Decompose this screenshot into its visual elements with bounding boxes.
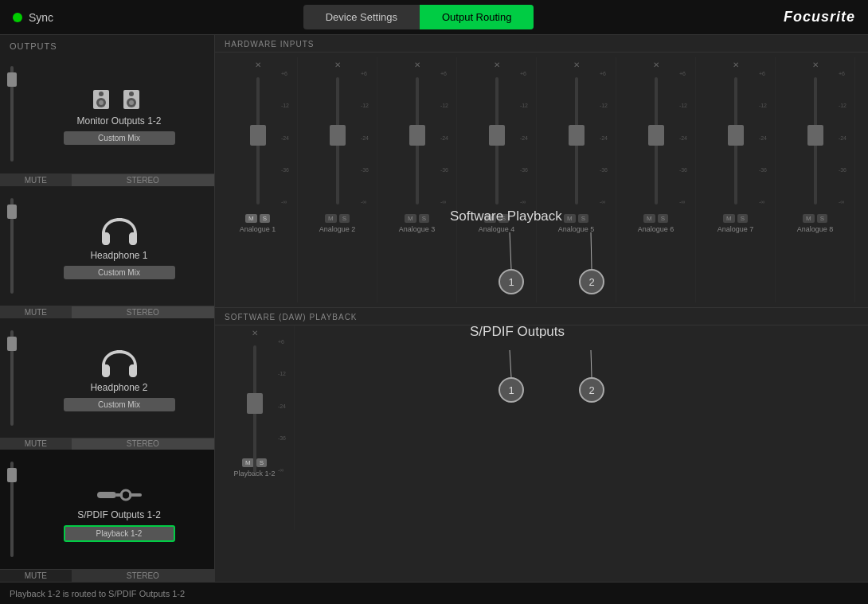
ch6-fader-track [655,77,658,205]
sw-m-button[interactable]: M [242,458,254,467]
monitor-stereo-button[interactable]: STEREO [72,174,214,186]
status-bar: Playback 1-2 is routed to S/PDIF Outputs… [0,582,868,604]
headphone2-fader-thumb[interactable] [7,337,17,351]
ch5-fader-area: +6-12-24-36-∞ [538,71,614,214]
ch3-bottom: M S Analogue 3 [379,214,455,233]
headphone2-icon [99,347,140,382]
ch4-close-icon[interactable]: ✕ [494,60,500,69]
ch4-db-labels: +6-12-24-36-∞ [520,71,528,205]
ch5-m-button[interactable]: M [564,214,576,223]
sync-dot [13,13,22,22]
ch2-close-icon[interactable]: ✕ [334,60,341,69]
ch1-m-button[interactable]: M [245,214,257,223]
monitor-mute-button[interactable]: MUTE [0,174,72,186]
spdif-content: S/PDIF Outputs 1-2 Playback 1-2 [24,474,214,545]
status-message: Playback 1-2 is routed to S/PDIF Outputs… [10,589,185,598]
headphone1-mute-button[interactable]: MUTE [0,306,72,318]
headphone2-mute-button[interactable]: MUTE [0,438,72,450]
spdif-fader[interactable] [0,450,24,569]
headphone1-fader-thumb[interactable] [7,205,17,219]
main-layout: OUTPUTS [0,35,868,582]
ch1-s-button[interactable]: S [260,214,270,223]
ch6-close-icon[interactable]: ✕ [653,60,659,69]
headphone1-bottom: MUTE STEREO [0,306,214,318]
ch6-m-button[interactable]: M [643,214,655,223]
ch7-fader-track [734,77,737,205]
ch8-fader-thumb[interactable] [807,125,823,146]
ch2-m-button[interactable]: M [325,214,337,223]
ch2-fader-area: +6-12-24-36-∞ [299,71,375,214]
ch6-fader-thumb[interactable] [648,125,664,146]
headphone1-stereo-button[interactable]: STEREO [72,306,214,318]
spdif-mute-button[interactable]: MUTE [0,570,72,582]
monitor-fader-thumb[interactable] [7,72,17,87]
headphone2-name: Headphone 2 [90,382,147,393]
tab-device-settings[interactable]: Device Settings [303,5,420,29]
spdif-stereo-button[interactable]: STEREO [72,570,214,582]
ch8-close-icon[interactable]: ✕ [812,60,819,69]
ch6-s-button[interactable]: S [658,214,668,223]
ch3-db-labels: +6-12-24-36-∞ [440,71,448,205]
ch8-name: Analogue 8 [777,225,853,233]
channel-strip-2: ✕ +6-12-24-36-∞ M S [298,57,377,302]
ch3-s-button[interactable]: S [419,214,429,223]
ch4-s-button[interactable]: S [499,214,509,223]
headphone1-fader-track [10,198,14,294]
ch8-s-button[interactable]: S [817,214,827,223]
ch5-close-icon[interactable]: ✕ [573,60,580,69]
ch4-fader-thumb[interactable] [489,125,505,146]
ch8-bottom: M S Analogue 8 [777,214,853,233]
ch2-fader-thumb[interactable] [330,125,346,146]
ch2-s-button[interactable]: S [339,214,350,223]
svg-point-3 [99,92,104,96]
ch8-fader-area: +6-12-24-36-∞ [777,71,853,214]
ch4-m-button[interactable]: M [484,214,496,223]
ch7-s-button[interactable]: S [737,214,748,223]
headphone1-fader[interactable] [0,186,24,306]
ch5-db-labels: +6-12-24-36-∞ [600,71,608,205]
sync-indicator: Sync [13,11,53,24]
sw-channel-playback12: ✕ +6-12-24-36-∞ M S [215,325,295,530]
ch5-bottom: M S Analogue 5 [538,214,614,233]
ch2-db-labels: +6-12-24-36-∞ [361,71,369,205]
focusrite-logo: Focusrite [784,9,855,25]
ch7-fader-thumb[interactable] [728,125,744,146]
headphone2-fader[interactable] [0,318,24,438]
monitor-fader[interactable] [0,54,24,173]
svg-rect-11 [129,493,142,497]
ch7-m-button[interactable]: M [723,214,735,223]
headphone1-mix-button[interactable]: Custom Mix [64,266,175,279]
header-tabs: Device Settings Output Routing [303,5,534,29]
monitor-mix-button[interactable]: Custom Mix [64,131,175,145]
output-item-spdif: S/PDIF Outputs 1-2 Playback 1-2 [0,450,214,570]
ch3-close-icon[interactable]: ✕ [414,60,420,69]
ch2-fader-track [336,77,339,205]
ch7-ms-row: M S [698,214,773,223]
ch8-ms-row: M S [777,214,853,223]
ch8-m-button[interactable]: M [803,214,815,223]
output-item-headphone1: Headphone 1 Custom Mix [0,186,214,306]
ch5-ms-row: M S [538,214,614,223]
ch3-fader-thumb[interactable] [409,125,425,146]
ch7-name: Analogue 7 [698,225,773,233]
sw-fader-area: +6-12-24-36-∞ [217,339,292,458]
ch1-close-icon[interactable]: ✕ [255,60,261,69]
sw-fader-thumb[interactable] [247,393,263,414]
headphone2-stereo-button[interactable]: STEREO [72,438,214,450]
sw-s-button[interactable]: S [256,458,267,467]
ch7-close-icon[interactable]: ✕ [733,60,739,69]
sw-ch-close-icon[interactable]: ✕ [252,329,258,337]
ch5-s-button[interactable]: S [578,214,588,223]
spdif-mix-button[interactable]: Playback 1-2 [64,525,175,542]
spdif-fader-thumb[interactable] [7,468,17,482]
ch1-fader-thumb[interactable] [250,125,266,146]
headphone2-mix-button[interactable]: Custom Mix [64,398,175,411]
ch5-fader-thumb[interactable] [569,125,585,146]
ch1-name: Analogue 1 [220,225,295,233]
tab-output-routing[interactable]: Output Routing [420,5,534,29]
monitor-fader-track [10,66,14,162]
right-panel: HARDWARE INPUTS ✕ +6-12-24-36-∞ [215,35,868,582]
spdif-name: S/PDIF Outputs 1-2 [77,509,161,520]
ch3-m-button[interactable]: M [405,214,416,223]
ch1-fader-area: +6-12-24-36-∞ [220,71,295,214]
